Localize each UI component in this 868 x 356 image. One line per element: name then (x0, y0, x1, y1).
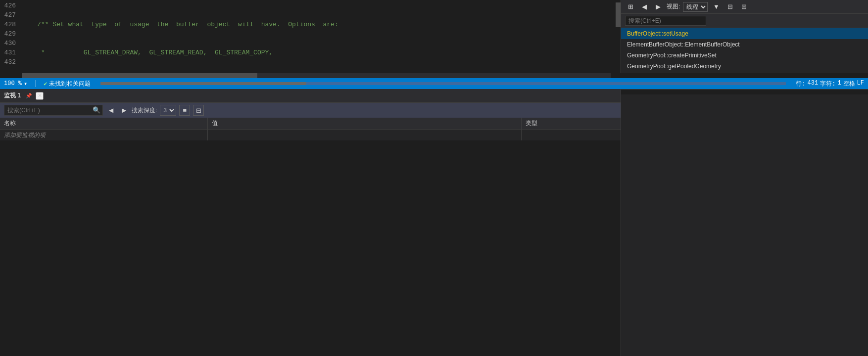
watch-back-btn[interactable]: ◀ (106, 105, 116, 115)
depth-select[interactable]: 3 (160, 105, 176, 116)
right-panel-bottom (621, 89, 868, 356)
call-stack-item-2[interactable]: GeometryPool::createPrimitiveSet (621, 50, 868, 61)
line-num-429: 429 (4, 29, 16, 39)
right-panel-toolbar: ⊞ ◀ ▶ 视图: 线程 ▼ ⊟ ⊞ (621, 0, 868, 14)
filter-icon[interactable]: ▼ (711, 2, 722, 12)
editor-section: 426 427 428 429 430 431 432 /** Set what… (0, 0, 868, 73)
code-line-427: * GL_STREAM_DRAW, GL_STREAM_READ, GL_STR… (22, 48, 616, 57)
add-item-value (208, 130, 522, 140)
right-panel: ⊞ ◀ ▶ 视图: 线程 ▼ ⊟ ⊞ BufferObject::setUsag… (621, 0, 868, 73)
watch-title: 监视 1 (4, 91, 21, 100)
line-num-428: 428 (4, 20, 16, 29)
layout-icon2[interactable]: ⊞ (738, 2, 749, 12)
cursor-position: 行: 431 字符: 1 空格 LF (796, 80, 864, 88)
layout-icon1[interactable]: ⊟ (724, 2, 735, 12)
view-select[interactable]: 线程 (683, 2, 708, 12)
call-stack-item-3[interactable]: GeometryPool::getPooledGeometry (621, 61, 868, 72)
watch-toolbar: 🔍 ◀ ▶ 搜索深度: 3 ≡ ⊟ (0, 103, 621, 118)
watch-format-btn2[interactable]: ⊟ (193, 105, 204, 116)
code-content: 426 427 428 429 430 431 432 /** Set what… (0, 0, 616, 73)
watch-add-row[interactable]: 添加要监视的项 (0, 130, 621, 140)
view-label: 视图: (667, 2, 680, 11)
col-type-header: 类型 (522, 118, 621, 129)
zoom-level[interactable]: 100 % ▾ (4, 80, 27, 88)
call-stack-item-0[interactable]: BufferObject::setUsage (621, 28, 868, 39)
forward-btn[interactable]: ▶ (653, 2, 664, 12)
add-item-type (522, 130, 621, 140)
search-icon: 🔍 (91, 106, 102, 114)
call-stack-item-1[interactable]: ElementBufferObject::ElementBufferObject (621, 39, 868, 50)
watch-h-scrollbar[interactable] (0, 351, 621, 356)
watch-close-btn[interactable]: ✕ (36, 92, 44, 100)
problems-indicator: ✔ 未找到相关问题 (44, 80, 91, 88)
line-num-430: 430 (4, 39, 16, 48)
right-bottom-scrollbar[interactable] (621, 89, 868, 94)
add-item-cell[interactable]: 添加要监视的项 (0, 130, 208, 140)
editor-scrollbar[interactable] (616, 0, 621, 73)
watch-search-input[interactable] (4, 107, 91, 114)
col-value-header: 值 (208, 118, 522, 129)
app-container: 426 427 428 429 430 431 432 /** Set what… (0, 0, 868, 356)
watch-panel-header: 监视 1 📌 ✕ (0, 89, 621, 103)
right-search-input[interactable] (625, 16, 706, 26)
code-editor: 426 427 428 429 430 431 432 /** Set what… (0, 0, 616, 73)
back-btn[interactable]: ◀ (639, 2, 650, 12)
watch-forward-btn[interactable]: ▶ (119, 105, 129, 115)
watch-pin-btn[interactable]: 📌 (25, 92, 33, 100)
h-scrollbar-thumb (22, 73, 257, 78)
watch-table: 名称 值 类型 添加要监视的项 (0, 118, 621, 351)
depth-label: 搜索深度: (132, 106, 157, 115)
move-icon[interactable]: ⊞ (625, 2, 636, 12)
line-num-431: 431 (4, 48, 16, 57)
watch-panel: 监视 1 📌 ✕ 🔍 ◀ ▶ 搜索深度: 3 ≡ (0, 89, 621, 356)
code-lines: /** Set what type of usage the buffer ob… (22, 0, 616, 73)
bottom-section: 监视 1 📌 ✕ 🔍 ◀ ▶ 搜索深度: 3 ≡ (0, 89, 868, 356)
line-num-432: 432 (4, 57, 16, 67)
line-numbers: 426 427 428 429 430 431 432 (0, 0, 22, 73)
col-name-header: 名称 (0, 118, 208, 129)
watch-search-box: 🔍 (4, 105, 103, 116)
scrollbar-thumb (616, 2, 621, 27)
code-line-426: /** Set what type of usage the buffer ob… (22, 20, 616, 29)
right-search-bar (621, 14, 868, 28)
scroll-position[interactable] (100, 82, 786, 85)
line-num-426: 426 (4, 1, 16, 10)
watch-table-header: 名称 值 类型 (0, 118, 621, 130)
call-stack-item-4[interactable]: TileNode::createGeometry (621, 72, 868, 73)
call-stack-list: BufferObject::setUsage ElementBufferObje… (621, 28, 868, 73)
status-bar: 100 % ▾ ✔ 未找到相关问题 行: 431 字符: 1 空格 LF (0, 78, 868, 89)
horizontal-scrollbar[interactable] (0, 73, 621, 78)
watch-format-btn1[interactable]: ≡ (179, 105, 190, 116)
line-num-427: 427 (4, 10, 16, 20)
